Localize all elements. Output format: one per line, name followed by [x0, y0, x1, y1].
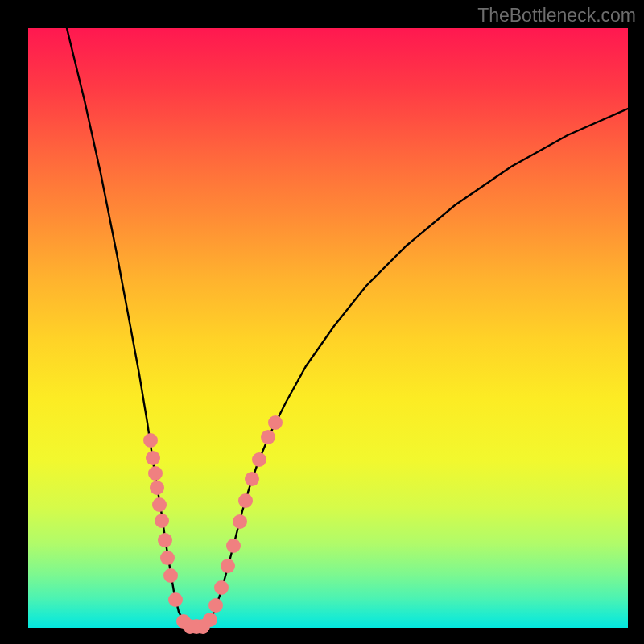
plot-area	[28, 28, 628, 628]
marker-dot	[214, 580, 229, 595]
bottleneck-curve	[28, 28, 628, 628]
marker-dot	[146, 451, 160, 465]
marker-dot	[245, 472, 259, 486]
marker-dot	[150, 481, 164, 495]
marker-group	[143, 415, 283, 634]
marker-dot	[152, 497, 167, 512]
marker-dot	[203, 613, 217, 627]
chart-frame: TheBottleneck.com	[0, 0, 644, 644]
marker-dot	[168, 592, 183, 607]
watermark-text: TheBottleneck.com	[477, 5, 636, 27]
marker-dot	[160, 551, 175, 565]
marker-dot	[233, 514, 247, 529]
marker-dot	[148, 466, 163, 481]
marker-dot	[252, 452, 266, 467]
marker-dot	[155, 514, 169, 528]
marker-dot	[163, 568, 178, 583]
marker-dot	[221, 559, 235, 573]
marker-dot	[158, 533, 172, 547]
marker-dot	[208, 598, 223, 613]
curve-right-path	[192, 109, 628, 627]
curve-left-path	[67, 28, 192, 627]
marker-dot	[261, 430, 275, 444]
marker-dot	[143, 433, 158, 448]
marker-dot	[226, 539, 241, 553]
marker-dot	[238, 493, 253, 508]
marker-dot	[268, 415, 283, 430]
